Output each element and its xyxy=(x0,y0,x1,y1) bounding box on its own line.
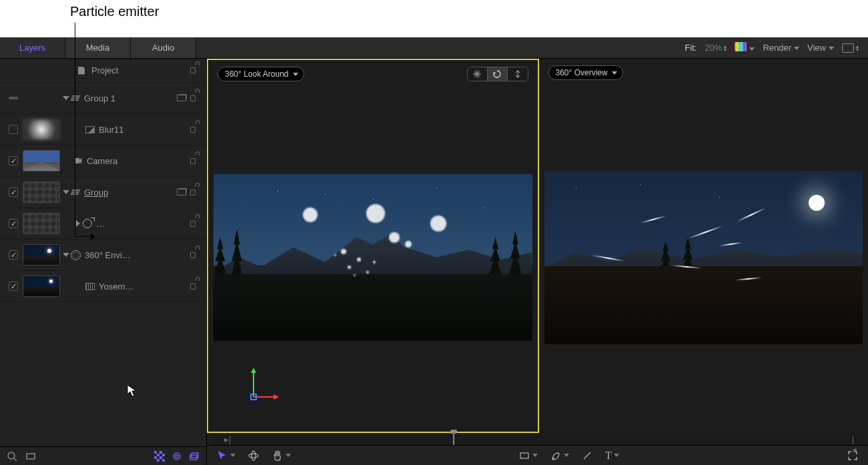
gear-icon[interactable] xyxy=(171,451,182,462)
view-menu[interactable]: View xyxy=(807,43,834,53)
checker-toggle-icon[interactable] xyxy=(154,451,165,462)
svg-rect-23 xyxy=(520,453,528,458)
layer-row-group1[interactable]: Group 1 xyxy=(0,83,206,114)
lock-icon[interactable] xyxy=(190,156,199,165)
tab-layers[interactable]: Layers xyxy=(0,37,65,58)
layer-thumbnail xyxy=(23,181,60,203)
stack-view-icon[interactable] xyxy=(189,451,199,462)
svg-point-21 xyxy=(249,454,258,458)
svg-rect-2 xyxy=(27,454,35,459)
lock-icon[interactable] xyxy=(190,219,199,228)
pan-tool[interactable] xyxy=(272,450,291,462)
canvas-header-controls: Fit: 20% ▴▾ Render View ▴▾ xyxy=(685,37,868,58)
viewer-left[interactable]: 360° Look Around xyxy=(207,59,539,433)
image-icon xyxy=(85,125,95,134)
annotation-leader-line xyxy=(75,23,75,236)
axis-gizmo[interactable] xyxy=(242,365,282,405)
canvas-area: 360° Look Around xyxy=(207,59,868,465)
layer-row-emitter[interactable]: ✓ … xyxy=(0,208,206,240)
lock-icon[interactable] xyxy=(190,93,199,103)
svg-rect-6 xyxy=(157,454,159,456)
svg-marker-17 xyxy=(251,368,256,373)
visibility-checkbox[interactable]: ✓ xyxy=(9,250,18,260)
view-layout-dropdown[interactable]: ▴▾ xyxy=(842,43,859,53)
svg-point-13 xyxy=(175,455,178,458)
transform-mode-segmented xyxy=(467,67,528,81)
top-bar: Layers Media Audio Fit: 20% ▴▾ Render Vi… xyxy=(0,37,868,59)
layer-label: Group xyxy=(84,187,177,197)
layer-label: Blur11 xyxy=(99,125,190,135)
timeline-out-marker[interactable]: |◂ xyxy=(852,434,857,444)
layer-thumbnail xyxy=(23,276,60,297)
layer-row-camera[interactable]: ✓ Camera xyxy=(0,145,206,177)
disclosure-triangle-icon[interactable] xyxy=(63,190,69,194)
viewer-right[interactable]: 360° Overview xyxy=(539,59,869,433)
svg-line-25 xyxy=(584,452,590,459)
disclosure-triangle-icon[interactable] xyxy=(63,253,69,257)
3d-transform-tool[interactable] xyxy=(248,450,260,462)
visibility-checkbox[interactable]: ✓ xyxy=(9,282,18,291)
sidebar-tabs: Layers Media Audio xyxy=(0,37,196,58)
project-row[interactable]: Project xyxy=(0,59,206,83)
search-icon[interactable] xyxy=(7,451,17,462)
line-tool[interactable] xyxy=(581,450,593,462)
dolly-mode-button[interactable] xyxy=(508,67,528,81)
layer-label: 360° Envi… xyxy=(85,250,190,260)
visibility-checkbox[interactable]: ✓ xyxy=(9,219,18,228)
layer-row-360env[interactable]: ✓ 360° Envi… xyxy=(0,240,206,271)
svg-point-12 xyxy=(173,453,180,460)
rectangle-tool[interactable] xyxy=(518,450,538,462)
svg-line-1 xyxy=(14,458,17,461)
layer-thumbnail xyxy=(23,244,60,266)
visibility-checkbox[interactable]: ✓ xyxy=(9,156,18,165)
sidebar-footer xyxy=(0,446,206,465)
svg-marker-19 xyxy=(274,394,279,400)
lock-icon[interactable] xyxy=(190,282,199,291)
project-icon xyxy=(77,66,86,75)
layer-label: … xyxy=(96,219,190,229)
visibility-checkbox[interactable]: ✓ xyxy=(9,125,18,134)
text-tool[interactable]: T xyxy=(605,450,619,462)
svg-point-24 xyxy=(552,458,554,459)
svg-rect-5 xyxy=(159,451,162,454)
mini-timeline[interactable]: ▸| |◂ xyxy=(212,433,863,445)
render-menu[interactable]: Render xyxy=(763,43,799,53)
disclosure-triangle-icon[interactable] xyxy=(63,96,69,100)
timeline-in-marker[interactable]: ▸| xyxy=(224,434,230,444)
tab-audio[interactable]: Audio xyxy=(131,37,196,58)
playhead[interactable] xyxy=(453,433,454,445)
camera-view-dropdown[interactable]: 360° Overview xyxy=(548,65,623,80)
lock-icon[interactable] xyxy=(190,66,199,75)
stack-icon[interactable] xyxy=(177,187,186,197)
canvas-scene-left xyxy=(213,174,532,341)
disclosure-triangle-icon[interactable] xyxy=(76,220,80,227)
layer-thumbnail xyxy=(23,150,60,171)
zoom-fit-label: Fit: xyxy=(685,43,697,53)
orbit-mode-button[interactable] xyxy=(488,67,508,81)
layer-row-group[interactable]: ✓ Group xyxy=(0,177,206,208)
rainbow-icon xyxy=(735,42,747,51)
layer-row-yosemite[interactable]: ✓ Yosem… xyxy=(0,271,206,302)
collapse-strip-icon[interactable] xyxy=(9,97,18,99)
zoom-level-dropdown[interactable]: 20% ▴▾ xyxy=(705,43,727,53)
color-channel-dropdown[interactable] xyxy=(735,42,755,53)
layer-label: Camera xyxy=(87,156,190,166)
visibility-checkbox[interactable]: ✓ xyxy=(9,187,18,197)
layers-panel: Project Group 1 xyxy=(0,59,207,465)
pen-tool[interactable] xyxy=(550,450,569,462)
frame-icon[interactable] xyxy=(25,451,36,462)
svg-point-22 xyxy=(252,451,256,460)
svg-rect-7 xyxy=(162,454,165,456)
pan-mode-button[interactable] xyxy=(468,67,488,81)
layer-thumbnail xyxy=(23,213,60,234)
lock-icon[interactable] xyxy=(190,187,199,197)
lock-icon[interactable] xyxy=(190,125,199,134)
svg-point-0 xyxy=(8,452,15,459)
select-tool[interactable] xyxy=(216,450,236,462)
lock-icon[interactable] xyxy=(190,250,199,260)
layer-row-blur11[interactable]: ✓ Blur11 xyxy=(0,114,206,145)
svg-rect-8 xyxy=(154,456,157,459)
stack-icon[interactable] xyxy=(177,93,186,103)
svg-rect-10 xyxy=(157,459,159,462)
camera-view-dropdown[interactable]: 360° Look Around xyxy=(218,67,304,81)
